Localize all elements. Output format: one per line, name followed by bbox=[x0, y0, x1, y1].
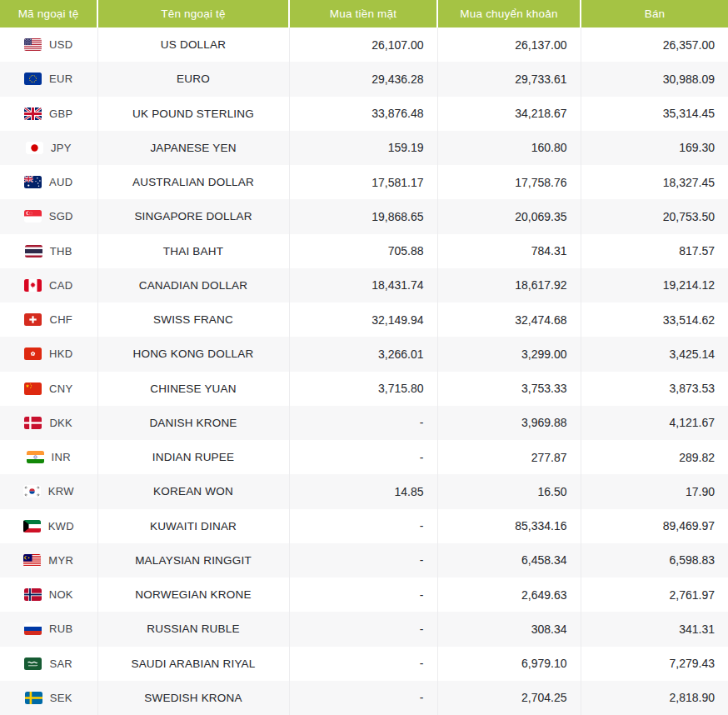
transfer-buy-rate: 308.34 bbox=[437, 612, 581, 646]
china-flag-icon bbox=[24, 382, 42, 395]
cash-buy-rate: - bbox=[289, 406, 437, 440]
table-row: USDUS DOLLAR26,107.0026,137.0026,357.00 bbox=[0, 28, 728, 62]
transfer-buy-rate: 17,758.76 bbox=[437, 165, 581, 199]
table-row: AUDAUSTRALIAN DOLLAR17,581.1717,758.7618… bbox=[0, 165, 728, 199]
transfer-buy-rate: 85,334.16 bbox=[437, 509, 581, 543]
currency-code-cell: INR bbox=[0, 440, 97, 474]
transfer-buy-rate: 18,617.92 bbox=[437, 268, 581, 302]
currency-name: NORWEGIAN KRONE bbox=[97, 578, 289, 612]
eu-flag-icon bbox=[24, 72, 42, 85]
currency-code-cell: SAR bbox=[0, 647, 97, 681]
currency-code: SGD bbox=[49, 210, 73, 222]
table-row: JPYJAPANESE YEN159.19160.80169.30 bbox=[0, 131, 728, 165]
transfer-buy-rate: 160.80 bbox=[437, 131, 581, 165]
currency-code: GBP bbox=[49, 108, 72, 120]
cash-buy-rate: - bbox=[289, 543, 437, 578]
column-header-transfer-buy: Mua chuyển khoản bbox=[437, 0, 581, 28]
currency-name: JAPANESE YEN bbox=[97, 131, 289, 165]
sell-rate: 20,753.50 bbox=[581, 199, 728, 233]
sell-rate: 2,761.97 bbox=[581, 578, 728, 612]
sell-rate: 7,279.43 bbox=[581, 647, 728, 681]
currency-name: US DOLLAR bbox=[97, 28, 289, 62]
column-header-currency-name: Tên ngoại tệ bbox=[97, 0, 289, 28]
cash-buy-rate: - bbox=[289, 612, 437, 646]
sell-rate: 18,327.45 bbox=[581, 165, 728, 199]
india-flag-icon bbox=[27, 451, 44, 463]
norway-flag-icon bbox=[24, 588, 42, 601]
currency-code-cell: MYR bbox=[0, 543, 97, 578]
transfer-buy-rate: 2,649.63 bbox=[437, 578, 581, 612]
currency-name: SINGAPORE DOLLAR bbox=[97, 199, 289, 233]
singapore-flag-icon bbox=[24, 210, 42, 222]
currency-code-cell: THB bbox=[0, 234, 97, 268]
table-row: SEKSWEDISH KRONA-2,704.252,818.90 bbox=[0, 681, 728, 715]
currency-code-cell: JPY bbox=[0, 131, 97, 165]
currency-code: KWD bbox=[48, 520, 74, 532]
currency-code-cell: CAD bbox=[0, 268, 97, 302]
australia-flag-icon bbox=[24, 176, 42, 188]
currency-name: THAI BAHT bbox=[97, 234, 289, 268]
table-row: RUBRUSSIAN RUBLE-308.34341.31 bbox=[0, 612, 728, 646]
currency-code-cell: KRW bbox=[0, 474, 97, 508]
cash-buy-rate: - bbox=[289, 578, 437, 612]
cash-buy-rate: 26,107.00 bbox=[289, 28, 437, 62]
uk-flag-icon bbox=[24, 108, 42, 120]
currency-code-cell: HKD bbox=[0, 337, 97, 371]
transfer-buy-rate: 3,753.33 bbox=[437, 372, 581, 406]
currency-code: KRW bbox=[48, 485, 74, 498]
transfer-buy-rate: 29,733.61 bbox=[437, 62, 581, 96]
cash-buy-rate: 705.88 bbox=[289, 234, 437, 268]
currency-code: CNY bbox=[49, 382, 72, 395]
transfer-buy-rate: 6,458.34 bbox=[437, 543, 581, 578]
switzerland-flag-icon bbox=[24, 313, 42, 326]
table-row: SGDSINGAPORE DOLLAR19,868.6520,069.3520,… bbox=[0, 199, 728, 233]
currency-code: INR bbox=[52, 451, 71, 463]
currency-name: SWEDISH KRONA bbox=[97, 681, 289, 715]
currency-code: RUB bbox=[49, 622, 72, 635]
saudi-arabia-flag-icon bbox=[24, 658, 42, 670]
sell-rate: 169.30 bbox=[581, 131, 728, 165]
transfer-buy-rate: 784.31 bbox=[437, 234, 581, 268]
sell-rate: 26,357.00 bbox=[581, 28, 728, 62]
transfer-buy-rate: 16.50 bbox=[437, 474, 581, 508]
currency-name: MALAYSIAN RINGGIT bbox=[97, 543, 289, 578]
hong-kong-flag-icon bbox=[24, 348, 42, 360]
table-header: Mã ngoại tệ Tên ngoại tệ Mua tiền mặt Mu… bbox=[0, 0, 728, 28]
currency-name: KUWAITI DINAR bbox=[97, 509, 289, 543]
russia-flag-icon bbox=[24, 622, 42, 635]
south-korea-flag-icon bbox=[23, 485, 41, 498]
table-row: MYRMALAYSIAN RINGGIT-6,458.346,598.83 bbox=[0, 543, 728, 578]
currency-code: HKD bbox=[49, 348, 72, 360]
currency-name: HONG KONG DOLLAR bbox=[97, 337, 289, 371]
currency-code-cell: AUD bbox=[0, 165, 97, 199]
cash-buy-rate: 17,581.17 bbox=[289, 165, 437, 199]
currency-code-cell: NOK bbox=[0, 578, 97, 612]
table-row: CNYCHINESE YUAN3,715.803,753.333,873.53 bbox=[0, 372, 728, 406]
cash-buy-rate: 3,715.80 bbox=[289, 372, 437, 406]
transfer-buy-rate: 3,969.88 bbox=[437, 406, 581, 440]
currency-code: SEK bbox=[50, 692, 72, 704]
sell-rate: 19,214.12 bbox=[581, 268, 728, 302]
transfer-buy-rate: 2,704.25 bbox=[437, 681, 581, 715]
transfer-buy-rate: 3,299.00 bbox=[437, 337, 581, 371]
currency-code: CAD bbox=[49, 279, 72, 292]
currency-code-cell: KWD bbox=[0, 509, 97, 543]
transfer-buy-rate: 20,069.35 bbox=[437, 199, 581, 233]
sell-rate: 4,121.67 bbox=[581, 406, 728, 440]
cash-buy-rate: 19,868.65 bbox=[289, 199, 437, 233]
currency-code: USD bbox=[49, 38, 72, 51]
currency-code: MYR bbox=[48, 554, 73, 567]
sell-rate: 3,873.53 bbox=[581, 372, 728, 406]
currency-name: RUSSIAN RUBLE bbox=[97, 612, 289, 646]
table-row: NOKNORWEGIAN KRONE-2,649.632,761.97 bbox=[0, 578, 728, 612]
malaysia-flag-icon bbox=[23, 554, 41, 567]
cash-buy-rate: 33,876.48 bbox=[289, 97, 437, 131]
column-header-cash-buy: Mua tiền mặt bbox=[289, 0, 437, 28]
cash-buy-rate: - bbox=[289, 647, 437, 681]
sell-rate: 289.82 bbox=[581, 440, 728, 474]
currency-name: EURO bbox=[97, 62, 289, 96]
currency-name: DANISH KRONE bbox=[97, 406, 289, 440]
exchange-rate-table: Mã ngoại tệ Tên ngoại tệ Mua tiền mặt Mu… bbox=[0, 0, 728, 715]
sell-rate: 6,598.83 bbox=[581, 543, 728, 578]
currency-code: JPY bbox=[51, 142, 72, 154]
